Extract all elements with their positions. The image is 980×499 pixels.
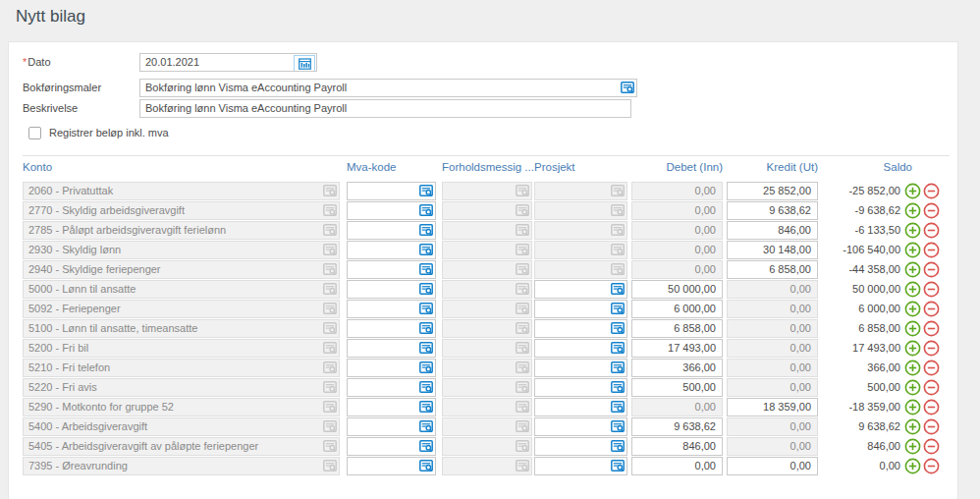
add-row-button[interactable] — [904, 301, 921, 317]
add-row-button[interactable] — [904, 458, 921, 474]
remove-row-button[interactable] — [923, 183, 940, 199]
lookup-icon[interactable] — [611, 283, 625, 296]
lookup-icon[interactable] — [621, 82, 634, 94]
prosjekt-field[interactable] — [534, 359, 627, 377]
lookup-icon[interactable] — [611, 460, 625, 472]
prosjekt-field[interactable] — [534, 378, 627, 397]
remove-row-button[interactable] — [923, 340, 940, 357]
remove-row-button[interactable] — [923, 379, 940, 396]
mva-kode-field[interactable] — [347, 221, 436, 240]
remove-row-button[interactable] — [923, 438, 940, 455]
debet-field[interactable]: 9 638,62 — [631, 417, 723, 436]
kredit-field[interactable]: 846,00 — [727, 221, 818, 240]
lookup-icon[interactable] — [419, 263, 433, 276]
prosjekt-field[interactable] — [534, 457, 627, 475]
mva-kode-field[interactable] — [347, 280, 436, 299]
prosjekt-field[interactable] — [534, 280, 627, 299]
lookup-icon[interactable] — [419, 342, 433, 355]
lookup-icon[interactable] — [611, 420, 625, 433]
add-row-button[interactable] — [904, 242, 921, 258]
remove-row-button[interactable] — [923, 360, 940, 376]
remove-row-button[interactable] — [923, 399, 940, 416]
lookup-icon[interactable] — [419, 244, 433, 256]
mva-kode-field[interactable] — [347, 201, 436, 220]
kredit-field[interactable]: 30 148,00 — [727, 241, 818, 259]
debet-field[interactable]: 6 000,00 — [631, 300, 723, 318]
prosjekt-field[interactable] — [534, 437, 627, 456]
lookup-icon[interactable] — [611, 381, 625, 394]
template-input[interactable]: Bokføring lønn Visma eAccounting Payroll — [139, 79, 637, 97]
remove-row-button[interactable] — [923, 242, 940, 258]
remove-row-button[interactable] — [923, 202, 940, 219]
debet-field[interactable]: 0,00 — [631, 457, 723, 475]
lookup-icon[interactable] — [611, 303, 625, 315]
mva-kode-field[interactable] — [347, 359, 436, 377]
debet-field[interactable]: 50 000,00 — [631, 280, 723, 299]
mva-kode-field[interactable] — [347, 182, 436, 200]
lookup-icon[interactable] — [419, 440, 433, 453]
kredit-field[interactable]: 25 852,00 — [727, 182, 818, 200]
debet-field[interactable]: 500,00 — [631, 378, 723, 397]
kredit-field[interactable]: 18 359,00 — [727, 398, 818, 416]
mva-kode-field[interactable] — [347, 378, 436, 397]
prosjekt-field[interactable] — [534, 398, 627, 416]
lookup-icon[interactable] — [419, 283, 433, 296]
prosjekt-field[interactable] — [534, 417, 627, 436]
mva-kode-field[interactable] — [347, 437, 436, 456]
prosjekt-field[interactable] — [534, 339, 627, 358]
debet-field[interactable]: 846,00 — [631, 437, 723, 456]
lookup-icon[interactable] — [419, 420, 433, 433]
remove-row-button[interactable] — [923, 222, 940, 239]
add-row-button[interactable] — [904, 183, 921, 199]
remove-row-button[interactable] — [923, 320, 940, 337]
remove-row-button[interactable] — [923, 261, 940, 278]
remove-row-button[interactable] — [923, 301, 940, 317]
lookup-icon[interactable] — [419, 361, 433, 374]
kredit-field[interactable]: 6 858,00 — [727, 260, 818, 279]
add-row-button[interactable] — [904, 320, 921, 337]
debet-field[interactable]: 366,00 — [631, 359, 723, 377]
add-row-button[interactable] — [904, 379, 921, 396]
add-row-button[interactable] — [904, 222, 921, 239]
date-input[interactable]: 20.01.2021 — [139, 53, 317, 72]
description-input[interactable]: Bokføring lønn Visma eAccounting Payroll — [139, 99, 631, 118]
lookup-icon[interactable] — [419, 185, 433, 197]
add-row-button[interactable] — [904, 418, 921, 435]
add-row-button[interactable] — [904, 281, 921, 298]
lookup-icon[interactable] — [419, 303, 433, 315]
remove-row-button[interactable] — [923, 458, 940, 474]
mva-kode-field[interactable] — [347, 457, 436, 475]
kredit-field[interactable]: 9 638,62 — [727, 201, 818, 220]
lookup-icon[interactable] — [611, 401, 625, 414]
add-row-button[interactable] — [904, 340, 921, 357]
debet-field[interactable]: 17 493,00 — [631, 339, 723, 358]
lookup-icon[interactable] — [611, 322, 625, 335]
add-row-button[interactable] — [904, 399, 921, 416]
lookup-icon[interactable] — [419, 204, 433, 217]
lookup-icon[interactable] — [419, 224, 433, 237]
mva-kode-field[interactable] — [347, 300, 436, 318]
prosjekt-field[interactable] — [534, 300, 627, 318]
calendar-button[interactable] — [294, 55, 315, 72]
debet-field[interactable]: 6 858,00 — [631, 319, 723, 338]
add-row-button[interactable] — [904, 360, 921, 376]
mva-kode-field[interactable] — [347, 398, 436, 416]
remove-row-button[interactable] — [923, 418, 940, 435]
lookup-icon[interactable] — [419, 401, 433, 414]
mva-kode-field[interactable] — [347, 319, 436, 338]
remove-row-button[interactable] — [923, 281, 940, 298]
lookup-icon[interactable] — [419, 381, 433, 394]
add-row-button[interactable] — [904, 261, 921, 278]
add-row-button[interactable] — [904, 202, 921, 219]
mva-kode-field[interactable] — [347, 417, 436, 436]
mva-kode-field[interactable] — [347, 339, 436, 358]
lookup-icon[interactable] — [419, 460, 433, 472]
incl-vat-checkbox[interactable] — [28, 127, 41, 139]
kredit-field[interactable]: 0,00 — [727, 457, 818, 475]
lookup-icon[interactable] — [419, 322, 433, 335]
mva-kode-field[interactable] — [347, 260, 436, 279]
add-row-button[interactable] — [904, 438, 921, 455]
lookup-icon[interactable] — [611, 440, 625, 453]
lookup-icon[interactable] — [611, 342, 625, 355]
prosjekt-field[interactable] — [534, 319, 627, 338]
